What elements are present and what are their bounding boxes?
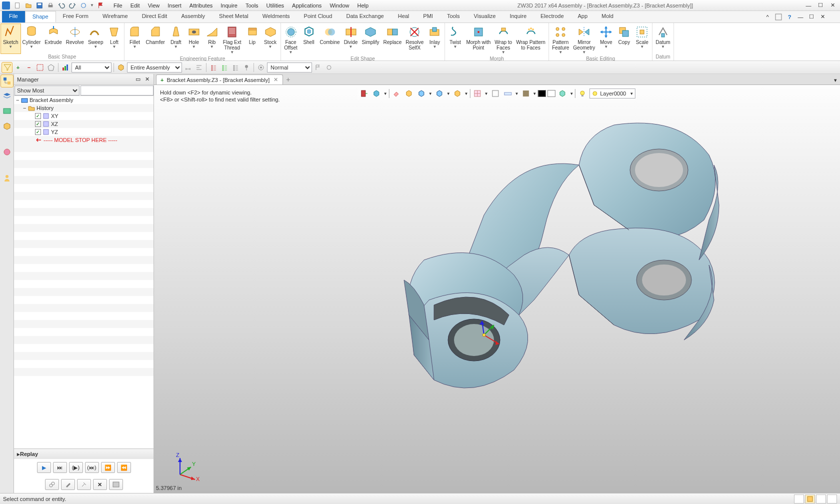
menu-applications[interactable]: Applications (288, 2, 325, 10)
sidebar-layers-icon[interactable] (1, 90, 13, 102)
vt-ruler-icon[interactable] (502, 88, 513, 99)
assembly-filter-select[interactable]: Entire Assembly (127, 62, 182, 72)
list3-icon[interactable] (230, 62, 240, 72)
vt-eraser-icon[interactable] (391, 88, 402, 99)
menu-inquire[interactable]: Inquire (217, 2, 241, 10)
sidebar-box-icon[interactable] (1, 120, 13, 132)
dim-icon[interactable] (183, 62, 193, 72)
ribbon-tab-inquire[interactable]: Inquire (502, 11, 534, 22)
flagext-button[interactable]: Flag Ext Thread▼ (221, 24, 244, 56)
pattern-button[interactable]: Pattern Feature▼ (550, 24, 571, 56)
menu-file[interactable]: File (110, 2, 126, 10)
new-icon[interactable] (13, 1, 22, 10)
move-button[interactable]: Move▼ (597, 24, 615, 56)
window-filter-icon[interactable] (35, 62, 45, 72)
revolve-button[interactable]: Revolve (64, 24, 86, 54)
mirror-button[interactable]: Mirror Geometry▼ (571, 24, 597, 56)
ribbon-tab-app[interactable]: App (571, 11, 595, 22)
save-icon[interactable] (35, 1, 44, 10)
doc-maximize-icon[interactable]: ☐ (808, 14, 815, 20)
ribbon-tab-data-exchange[interactable]: Data Exchange (339, 11, 390, 22)
morphpoint-button[interactable]: Morph with Point (464, 24, 492, 56)
list2-icon[interactable] (220, 62, 230, 72)
copy-button[interactable]: Copy (615, 24, 633, 56)
list1-icon[interactable] (208, 62, 218, 72)
menu-view[interactable]: View (144, 2, 164, 10)
ribbon-tab-heal[interactable]: Heal (391, 11, 416, 22)
viewport-canvas[interactable]: Hold down <F2> for dynamic viewing. <F8>… (154, 85, 840, 493)
ribbon-tab-pmi[interactable]: PMI (416, 11, 440, 22)
pick-filter-icon[interactable] (2, 62, 12, 72)
replay-cancel-icon[interactable]: ✕ (93, 479, 107, 490)
show-option-select[interactable]: Show Most (14, 86, 80, 96)
doc-close-icon[interactable]: ✕ (819, 14, 826, 20)
chamfer-button[interactable]: Chamfer (144, 24, 166, 56)
filter-all-select[interactable]: All (72, 62, 112, 72)
status-btn1[interactable] (794, 494, 804, 504)
menu-utilities[interactable]: Utilities (263, 2, 288, 10)
open-icon[interactable] (24, 1, 33, 10)
sweep-button[interactable]: Sweep▼ (86, 24, 106, 54)
vt-cube4-icon[interactable] (434, 88, 445, 99)
replay-step-icon[interactable]: ⏭ (53, 462, 67, 473)
vt-swatch-white[interactable] (548, 90, 556, 97)
close-icon[interactable]: ✕ (827, 2, 838, 10)
replay-loop2-icon[interactable]: (⏭) (85, 462, 99, 473)
stock-button[interactable]: Stock▼ (262, 24, 280, 56)
replay-rew-icon[interactable]: ⏪ (117, 462, 131, 473)
status-btn3[interactable] (816, 494, 826, 504)
align-left-icon[interactable] (194, 62, 204, 72)
gear2-icon[interactable] (324, 62, 334, 72)
sidebar-visual-icon[interactable] (1, 105, 13, 117)
replay-edit-icon[interactable] (61, 479, 75, 490)
document-tab[interactable]: + Bracket Assembly.Z3 - [Bracket Assembl… (156, 74, 283, 84)
vt-swatch-black[interactable] (538, 90, 546, 97)
vt-cube1-icon[interactable] (371, 88, 382, 99)
hole-button[interactable]: Hole▼ (185, 24, 203, 56)
ribbon-tab-mold[interactable]: Mold (594, 11, 620, 22)
replay-header[interactable]: ▸ Replay (14, 449, 154, 459)
add-filter-icon[interactable]: + (13, 62, 23, 72)
status-btn4[interactable] (827, 494, 837, 504)
simplify-button[interactable]: Simplify (360, 24, 382, 56)
polygon-filter-icon[interactable] (46, 62, 56, 72)
fillet-button[interactable]: Fillet▼ (126, 24, 144, 56)
lip-button[interactable]: Lip (244, 24, 262, 56)
replay-tool-icon[interactable] (77, 479, 91, 490)
combine-button[interactable]: Combine (318, 24, 342, 56)
vt-win-icon[interactable] (490, 88, 500, 99)
cylinder-button[interactable]: Cylinder▼ (20, 24, 43, 54)
extrude-button[interactable]: Extrude (42, 24, 64, 54)
ribbon-tab-shape[interactable]: Shape (25, 11, 56, 22)
vt-cube5-icon[interactable] (452, 88, 463, 99)
target-icon[interactable] (79, 1, 88, 10)
manager-float-icon[interactable]: ▭ (134, 76, 142, 83)
remove-filter-icon[interactable]: − (24, 62, 34, 72)
replay-link-icon[interactable] (45, 479, 59, 490)
pin-icon[interactable] (242, 62, 252, 72)
ribbon-tab-visualize[interactable]: Visualize (467, 11, 503, 22)
ribbon-tab-electrode[interactable]: Electrode (534, 11, 570, 22)
minimize-icon[interactable]: — (803, 2, 814, 10)
menu-insert[interactable]: Insert (164, 2, 185, 10)
vt-cube2-icon[interactable] (404, 88, 414, 99)
sidebar-tree-icon[interactable] (1, 75, 13, 87)
loft-button[interactable]: Loft▼ (105, 24, 123, 54)
cube-filter-icon[interactable] (116, 62, 126, 72)
ribbon-tab-wireframe[interactable]: Wireframe (96, 11, 135, 22)
maximize-icon[interactable]: ☐ (815, 2, 826, 10)
menu-window[interactable]: Window (326, 2, 352, 10)
print-icon[interactable] (46, 1, 55, 10)
divide-button[interactable]: Divide▼ (342, 24, 360, 56)
replay-play-icon[interactable]: ▶ (37, 462, 51, 473)
datum-button[interactable]: Datum▼ (654, 24, 672, 54)
ribbon-tab-file[interactable]: File (2, 11, 25, 22)
undo-icon[interactable] (57, 1, 66, 10)
ribbon-tab-tools[interactable]: Tools (440, 11, 467, 22)
wrappattern-button[interactable]: Wrap Pattern to Faces (514, 24, 548, 56)
tab-close-icon[interactable]: ✕ (272, 77, 278, 83)
scale-button[interactable]: Scale▼ (633, 24, 651, 56)
chart-filter-icon[interactable] (60, 62, 70, 72)
ribbon-tab-point-cloud[interactable]: Point Cloud (297, 11, 340, 22)
collapse-ribbon-icon[interactable]: ^ (764, 14, 771, 20)
